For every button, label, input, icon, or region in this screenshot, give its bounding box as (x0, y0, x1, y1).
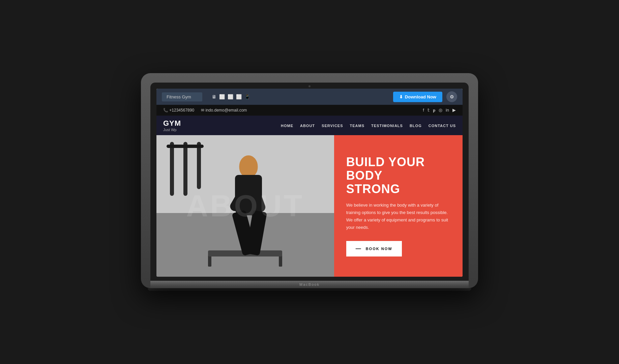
desktop-icon[interactable]: 🖥 (212, 94, 216, 99)
instagram-icon[interactable]: ◎ (439, 108, 442, 113)
headline-line2: STRONG (346, 182, 400, 196)
hero-content: BUILD YOUR BODY STRONG We believe in wor… (334, 135, 463, 277)
pinterest-icon[interactable]: 𝐩 (433, 108, 435, 113)
monitor-icon[interactable]: ⬜ (219, 94, 225, 99)
athlete-figure (215, 155, 282, 277)
headline-line1: BUILD YOUR BODY (346, 155, 425, 182)
email-icon: ✉ (201, 108, 205, 113)
download-arrow: ⬇ (399, 94, 403, 99)
scene: Fitness Gym 🖥 ⬜ ⬜ ⬜ 📱 ⬇ Download Now ⚙ (141, 73, 478, 291)
nav-services[interactable]: SERVICES (322, 124, 343, 128)
device-icons: 🖥 ⬜ ⬜ ⬜ 📱 (212, 94, 250, 99)
equip-bar-1 (170, 142, 174, 196)
facebook-icon[interactable]: f (423, 108, 424, 113)
nav-blog[interactable]: BLOG (410, 124, 422, 128)
youtube-icon[interactable]: ▶ (452, 108, 456, 113)
linkedin-icon[interactable]: in (446, 108, 449, 113)
mobile-icon[interactable]: 📱 (244, 94, 250, 99)
hero-image: About (156, 135, 334, 277)
tablet-icon[interactable]: ⬜ (228, 94, 233, 99)
nav-about[interactable]: ABOUT (300, 124, 315, 128)
gym-canvas (156, 135, 334, 277)
email-address: ✉ indo.demo@email.com (201, 108, 247, 113)
contact-info: 📞 +1234567890 ✉ indo.demo@email.com (163, 108, 247, 113)
nav-teams[interactable]: TEAMS (350, 124, 365, 128)
download-button[interactable]: ⬇ Download Now (393, 92, 442, 102)
tablet-sm-icon[interactable]: ⬜ (236, 94, 242, 99)
cta-arrow: — (356, 246, 362, 252)
hero-description: We believe in working the body with a va… (346, 202, 450, 231)
download-label: Download Now (405, 94, 436, 99)
book-now-button[interactable]: — BOOK NOW (346, 241, 402, 256)
site-topbar: 📞 +1234567890 ✉ indo.demo@email.com f 𝕥 … (156, 105, 463, 116)
social-links: f 𝕥 𝐩 ◎ in ▶ (423, 108, 456, 113)
person-torso (235, 175, 262, 215)
nav-links: HOME ABOUT SERVICES TEAMS TESTIMONIALS B… (281, 122, 456, 128)
equip-bar-2 (183, 142, 187, 196)
logo-subtitle: Just Wp (163, 128, 181, 132)
person-leg-right (245, 210, 267, 255)
phone-icon: 📞 (163, 108, 169, 113)
equip-bar-3 (197, 142, 201, 189)
bench-leg-left (208, 255, 211, 267)
logo-title: GYM (163, 119, 181, 128)
macbook-label: MacBook (299, 282, 320, 286)
twitter-icon[interactable]: 𝕥 (428, 108, 430, 113)
site-logo: GYM Just Wp (163, 119, 181, 132)
hero-section: About BUILD YOUR BODY STRONG We believe … (156, 135, 463, 277)
screen: Fitness Gym 🖥 ⬜ ⬜ ⬜ 📱 ⬇ Download Now ⚙ (156, 89, 463, 277)
nav-contact[interactable]: CONTACT US (429, 124, 456, 128)
phone-number: 📞 +1234567890 (163, 108, 194, 113)
screen-bezel: Fitness Gym 🖥 ⬜ ⬜ ⬜ 📱 ⬇ Download Now ⚙ (150, 83, 469, 281)
nav-testimonials[interactable]: TESTIMONIALS (371, 124, 403, 128)
settings-button[interactable]: ⚙ (446, 91, 457, 102)
macbook-shell: Fitness Gym 🖥 ⬜ ⬜ ⬜ 📱 ⬇ Download Now ⚙ (141, 73, 478, 288)
person-head (239, 155, 258, 177)
hero-headline: BUILD YOUR BODY STRONG (346, 155, 450, 195)
cms-site-name[interactable]: Fitness Gym (162, 92, 202, 101)
equip-bar-h (167, 145, 204, 148)
cta-label: BOOK NOW (366, 247, 392, 251)
cms-toolbar: Fitness Gym 🖥 ⬜ ⬜ ⬜ 📱 ⬇ Download Now ⚙ (156, 89, 463, 105)
macbook-foot (148, 288, 471, 291)
nav-home[interactable]: HOME (281, 124, 293, 128)
macbook-base: MacBook (150, 281, 469, 288)
camera (308, 85, 311, 87)
site-nav: GYM Just Wp HOME ABOUT SERVICES TEAMS TE… (156, 116, 463, 135)
